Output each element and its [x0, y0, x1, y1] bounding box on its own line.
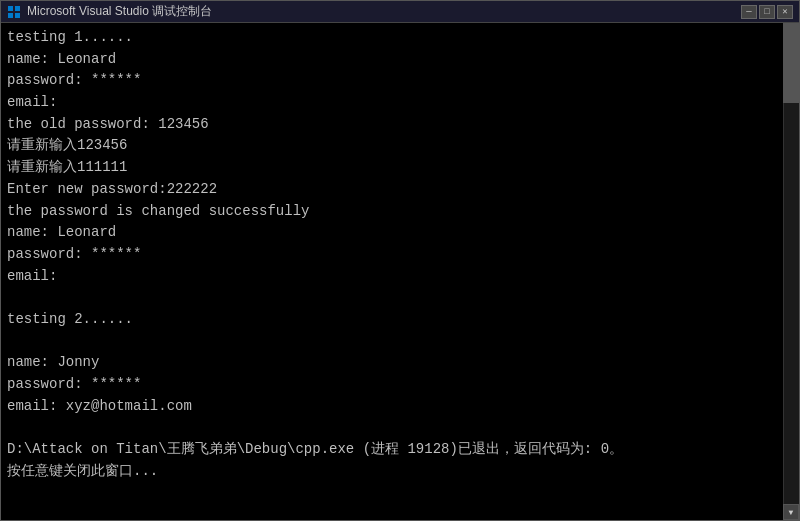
window-title: Microsoft Visual Studio 调试控制台	[27, 3, 735, 20]
title-bar: Microsoft Visual Studio 调试控制台 ─ □ ✕	[1, 1, 799, 23]
console-output: testing 1...... name: Leonard password: …	[7, 27, 793, 482]
scrollbar-track[interactable]: ▲ ▼	[783, 23, 799, 520]
maximize-button[interactable]: □	[759, 5, 775, 19]
minimize-button[interactable]: ─	[741, 5, 757, 19]
scrollbar-thumb[interactable]	[783, 23, 799, 103]
svg-rect-2	[8, 13, 13, 18]
console-window: Microsoft Visual Studio 调试控制台 ─ □ ✕ test…	[0, 0, 800, 521]
console-body: testing 1...... name: Leonard password: …	[1, 23, 799, 520]
svg-rect-1	[15, 6, 20, 11]
svg-rect-0	[8, 6, 13, 11]
close-button[interactable]: ✕	[777, 5, 793, 19]
svg-rect-3	[15, 13, 20, 18]
app-icon	[7, 5, 21, 19]
scrollbar-down-arrow[interactable]: ▼	[783, 504, 799, 520]
window-controls: ─ □ ✕	[741, 5, 793, 19]
